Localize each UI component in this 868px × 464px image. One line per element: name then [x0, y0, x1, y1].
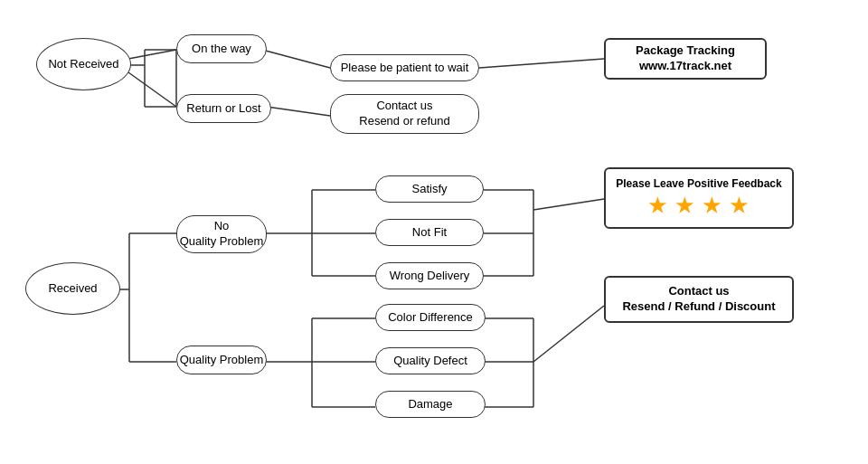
color-diff-node: Color Difference: [375, 304, 486, 331]
contact-refund-node: Contact us Resend / Refund / Discount: [604, 276, 794, 323]
not-fit-label: Not Fit: [412, 225, 447, 241]
damage-label: Damage: [408, 397, 452, 412]
quality-problem-node: Quality Problem: [176, 346, 267, 374]
color-diff-label: Color Difference: [388, 310, 473, 326]
svg-line-5: [267, 107, 330, 116]
svg-line-28: [533, 199, 604, 210]
received-label: Received: [48, 281, 97, 297]
on-the-way-label: On the way: [192, 42, 251, 57]
svg-line-0: [128, 50, 176, 59]
svg-line-33: [533, 306, 604, 362]
not-fit-node: Not Fit: [375, 219, 484, 246]
received-node: Received: [25, 262, 120, 315]
quality-defect-label: Quality Defect: [393, 354, 467, 369]
quality-problem-label: Quality Problem: [180, 353, 263, 368]
stars: ★ ★ ★ ★: [648, 194, 750, 220]
contact-resend-label: Contact us Resend or refund: [359, 99, 449, 129]
damage-node: Damage: [375, 391, 486, 418]
svg-line-4: [479, 59, 604, 68]
not-received-label: Not Received: [48, 57, 118, 72]
tracking-node: Package Tracking www.17track.net: [604, 38, 767, 80]
patient-node: Please be patient to wait: [330, 54, 479, 81]
not-received-node: Not Received: [36, 38, 131, 90]
contact-refund-label: Contact us Resend / Refund / Discount: [622, 284, 775, 315]
satisfy-node: Satisfy: [375, 175, 484, 203]
svg-line-1: [128, 72, 176, 107]
no-quality-label: No Quality Problem: [180, 219, 263, 250]
svg-line-3: [262, 50, 330, 68]
return-lost-node: Return or Lost: [176, 94, 271, 123]
on-the-way-node: On the way: [176, 34, 267, 63]
patient-label: Please be patient to wait: [341, 61, 469, 76]
feedback-label: Please Leave Positive Feedback: [616, 177, 781, 192]
tracking-label: Package Tracking www.17track.net: [636, 43, 735, 74]
wrong-delivery-label: Wrong Delivery: [390, 269, 470, 284]
diagram: Not Received On the way Please be patien…: [0, 0, 868, 464]
return-lost-label: Return or Lost: [186, 101, 260, 117]
wrong-delivery-node: Wrong Delivery: [375, 262, 484, 289]
no-quality-node: No Quality Problem: [176, 215, 267, 253]
feedback-node: Please Leave Positive Feedback ★ ★ ★ ★: [604, 167, 794, 229]
quality-defect-node: Quality Defect: [375, 347, 486, 374]
satisfy-label: Satisfy: [411, 182, 447, 197]
contact-resend-node: Contact us Resend or refund: [330, 94, 479, 134]
